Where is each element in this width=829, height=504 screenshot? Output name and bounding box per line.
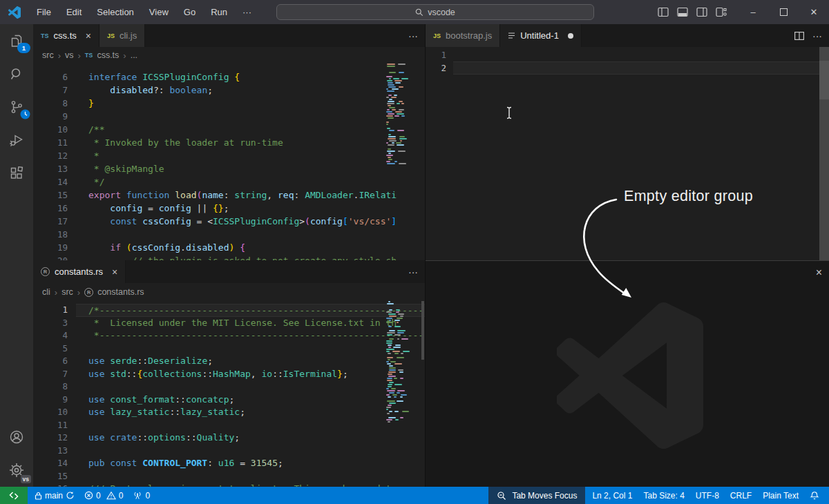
code-line[interactable]: 3 * Licensed under the MIT License. See … [33,317,425,330]
code-line[interactable]: 12 * [33,149,425,162]
editor-sash-vertical[interactable] [425,24,426,487]
encoding-indicator[interactable]: UTF-8 [692,487,723,504]
explorer-badge: 1 [17,43,30,53]
code-line[interactable]: 6interface ICSSPluginConfig { [33,70,425,84]
cursor-position-indicator[interactable]: Ln 2, Col 1 [588,487,636,504]
editor-group-empty: × [426,261,829,487]
breadcrumb-item[interactable]: cli [42,287,50,297]
code-line[interactable]: 1 [426,48,829,61]
unsaved-changes-dot[interactable] [568,33,573,39]
close-tab-icon[interactable]: × [112,266,117,278]
branch-indicator[interactable]: main [30,487,79,504]
remote-indicator[interactable] [0,487,28,504]
code-line[interactable]: 15export function load(name: string, req… [33,188,425,202]
code-line[interactable]: 20 // the plugin is asked to not create … [33,254,425,260]
code-line[interactable]: 6use serde::Deserialize; [33,355,425,368]
code-line[interactable]: 11 [33,419,425,432]
code-line[interactable]: 8} [33,97,425,110]
menu-view[interactable]: View [143,4,175,20]
problems-indicator[interactable]: 0 0 [80,487,127,504]
customize-layout-icon[interactable] [712,0,731,24]
code-editor-constants-rs[interactable]: 1/*-------------------------------------… [33,301,425,487]
editor-sash-horizontal[interactable] [426,260,829,261]
eol-indicator[interactable]: CRLF [726,487,756,504]
minimap[interactable] [385,64,406,167]
breadcrumb-item[interactable]: vs [65,50,74,60]
menu-bar: File Edit Selection View Go Run ··· [30,4,258,20]
code-line[interactable]: 15 [33,470,425,483]
breadcrumb-item[interactable]: src [61,287,73,297]
ports-indicator[interactable]: 0 [128,487,154,504]
code-line[interactable]: 13 [33,445,425,458]
more-actions-icon[interactable]: ··· [408,30,418,41]
code-editor-css-ts[interactable]: 6interface ICSSPluginConfig {7 disabled?… [33,64,425,260]
code-line[interactable]: 11 * Invoked by the loader at run-time [33,136,425,149]
code-line[interactable]: 1/*-------------------------------------… [33,304,425,317]
breadcrumb-item[interactable]: constants.rs [97,287,144,297]
tab-bootstrap-js[interactable]: JS bootstrap.js [426,24,500,47]
explorer-icon[interactable]: 1 [0,24,33,57]
toggle-panel-icon[interactable] [673,0,692,24]
run-debug-icon[interactable] [0,124,33,157]
code-line[interactable]: 14 */ [33,175,425,188]
minimap[interactable] [385,301,406,425]
tab-label: Untitled-1 [520,30,559,41]
code-line[interactable]: 17 const cssConfig = <ICSSPluginConfig>(… [33,215,425,228]
menu-file[interactable]: File [30,4,57,20]
code-line[interactable]: 16 config = config || {}; [33,202,425,215]
code-line[interactable]: 7use std::{collections::HashMap, io::IsT… [33,368,425,381]
radio-tower-icon [133,491,142,500]
close-tab-icon[interactable]: × [86,30,91,41]
split-editor-icon[interactable] [794,32,804,40]
code-line[interactable]: 7 disabled?: boolean; [33,84,425,97]
menu-go[interactable]: Go [178,4,202,20]
rust-file-icon: R [84,288,93,297]
code-line[interactable]: 4 *-------------------------------------… [33,329,425,342]
code-line[interactable]: 9use const_format::concatcp; [33,394,425,407]
menu-overflow[interactable]: ··· [236,4,258,20]
more-actions-icon[interactable]: ··· [408,266,418,278]
accounts-icon[interactable] [0,420,33,454]
search-view-icon[interactable] [0,57,33,90]
file-text-icon [508,32,515,39]
close-window-button[interactable]: ✕ [799,0,829,24]
code-line[interactable]: 14pub const CONTROL_PORT: u16 = 31545; [33,457,425,470]
more-actions-icon[interactable]: ··· [812,30,822,41]
minimize-button[interactable]: – [738,0,768,24]
extensions-icon[interactable] [0,157,33,190]
menu-selection[interactable]: Selection [90,4,140,20]
code-line[interactable]: 12use crate::options::Quality; [33,432,425,445]
code-line[interactable]: 19 if (cssConfig.disabled) { [33,241,425,254]
breadcrumb-item[interactable]: ... [131,50,137,60]
indentation-indicator[interactable]: Tab Size: 4 [639,487,688,504]
editor-scrollbar[interactable] [819,47,829,260]
code-editor-untitled[interactable]: 12 [426,47,829,260]
code-line[interactable]: 18 [33,228,425,241]
breadcrumb-item[interactable]: src [42,50,54,60]
settings-gear-icon[interactable]: vs [0,454,33,487]
notifications-bell-icon[interactable] [806,487,823,504]
minimap-scrollbar[interactable] [421,301,424,360]
source-control-icon[interactable] [0,90,33,124]
tab-constants-rs[interactable]: R constants.rs × [33,260,126,283]
language-mode-indicator[interactable]: Plain Text [759,487,803,504]
code-line[interactable]: 13 * @skipMangle [33,162,425,175]
breadcrumb-item[interactable]: css.ts [97,50,119,60]
code-line[interactable]: 8 [33,380,425,394]
code-line[interactable]: 5 [33,342,425,356]
code-line[interactable]: 2 [426,61,829,75]
toggle-primary-sidebar-icon[interactable] [654,0,673,24]
menu-edit[interactable]: Edit [60,4,88,20]
maximize-button[interactable] [768,0,799,24]
code-line[interactable]: 10/** [33,123,425,136]
tab-cli-js[interactable]: JS cli.js [99,24,145,47]
code-line[interactable]: 10use lazy_static::lazy_static; [33,406,425,419]
toggle-secondary-sidebar-icon[interactable] [692,0,712,24]
menu-run[interactable]: Run [204,4,234,20]
tab-css-ts[interactable]: TS css.ts × [33,24,99,47]
tab-untitled-1[interactable]: Untitled-1 [500,24,582,47]
tab-moves-focus-indicator[interactable]: Tab Moves Focus [488,487,585,504]
close-group-icon[interactable]: × [816,266,822,279]
command-center-search[interactable]: vscode [276,4,594,20]
code-line[interactable]: 9 [33,110,425,123]
